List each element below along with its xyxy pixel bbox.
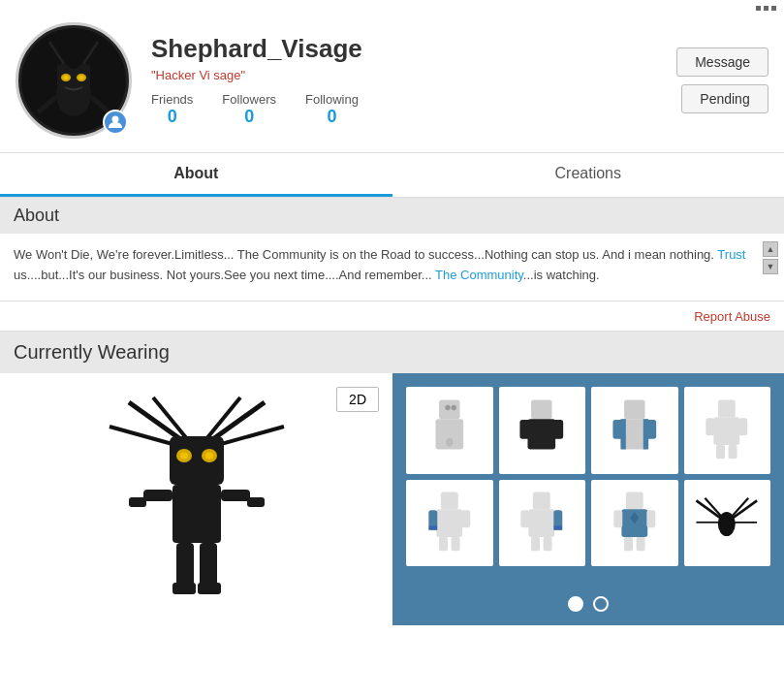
- community-link[interactable]: The Community: [435, 268, 523, 282]
- svg-point-25: [180, 453, 188, 460]
- svg-rect-60: [461, 511, 470, 528]
- svg-rect-34: [172, 583, 196, 594]
- trust-link[interactable]: Trust: [717, 247, 745, 262]
- svg-rect-43: [520, 420, 531, 439]
- svg-rect-69: [544, 537, 552, 551]
- avatar-badge: [103, 110, 128, 135]
- avatar-wrap: [16, 22, 132, 139]
- svg-rect-30: [129, 497, 146, 507]
- svg-rect-32: [176, 543, 194, 587]
- item-cell-7[interactable]: [591, 480, 678, 567]
- wearing-section-header: Currently Wearing: [0, 332, 784, 373]
- stat-following: Following 0: [305, 92, 359, 127]
- tabs-bar: About Creations: [0, 153, 784, 198]
- item-cell-4[interactable]: [684, 387, 771, 474]
- svg-rect-45: [624, 399, 644, 419]
- about-section-header: About: [0, 198, 784, 234]
- carousel-dot-1[interactable]: [568, 596, 583, 612]
- user-icon: [108, 114, 123, 130]
- carousel-dot-2[interactable]: [593, 596, 609, 612]
- scroll-down-button[interactable]: ▼: [763, 259, 778, 274]
- pending-button[interactable]: Pending: [681, 84, 768, 113]
- scroll-buttons: ▲ ▼: [763, 241, 778, 274]
- svg-point-5: [64, 76, 69, 79]
- report-abuse-link[interactable]: Report Abuse: [694, 309, 770, 324]
- carousel-dots: [406, 596, 770, 612]
- top-menu-dots: [0, 0, 784, 13]
- svg-rect-67: [554, 511, 563, 528]
- following-label: Following: [305, 92, 359, 107]
- item-5-icon: [415, 488, 485, 557]
- profile-header: Shephard_Visage "Hacker Vi sage" Friends…: [0, 13, 784, 153]
- item-4-icon: [692, 396, 762, 465]
- svg-rect-51: [718, 399, 736, 417]
- item-3-icon: [600, 396, 670, 465]
- item-1-icon: [415, 396, 485, 465]
- item-cell-5[interactable]: [406, 480, 493, 567]
- friends-value: 0: [168, 107, 177, 127]
- about-text-box: We Won't Die, We're forever.Limitless...…: [0, 234, 784, 301]
- item-6-icon: [507, 488, 577, 557]
- btn-2d[interactable]: 2D: [336, 387, 379, 412]
- svg-rect-44: [553, 420, 564, 439]
- followers-value: 0: [244, 107, 254, 127]
- item-7-icon: [600, 488, 670, 557]
- wearing-items-panel: [392, 373, 784, 625]
- svg-rect-68: [532, 537, 541, 551]
- svg-rect-31: [247, 497, 265, 507]
- profile-username: Shephard_Visage: [151, 34, 676, 64]
- svg-rect-61: [439, 537, 448, 551]
- svg-rect-62: [452, 537, 460, 551]
- item-8-icon: [692, 488, 762, 557]
- item-cell-8[interactable]: [684, 480, 771, 567]
- svg-rect-33: [200, 543, 217, 587]
- message-button[interactable]: Message: [676, 48, 768, 77]
- dot-1: [756, 6, 761, 11]
- scroll-up-button[interactable]: ▲: [763, 241, 778, 257]
- item-cell-1[interactable]: [406, 387, 493, 474]
- about-bio-text: We Won't Die, We're forever.Limitless...…: [14, 247, 745, 282]
- svg-rect-55: [717, 445, 726, 459]
- svg-rect-41: [532, 399, 552, 419]
- svg-rect-73: [613, 511, 622, 528]
- profile-tagline: "Hacker Vi sage": [151, 68, 676, 82]
- dot-3: [771, 6, 776, 11]
- svg-point-15: [112, 116, 119, 123]
- tab-about[interactable]: About: [0, 153, 392, 197]
- svg-rect-65: [529, 510, 555, 538]
- svg-rect-35: [198, 583, 221, 594]
- svg-rect-54: [739, 418, 748, 435]
- items-grid: [406, 387, 770, 566]
- svg-rect-64: [533, 492, 550, 510]
- item-cell-6[interactable]: [499, 480, 586, 567]
- stat-followers: Followers 0: [222, 92, 276, 127]
- svg-rect-71: [626, 492, 643, 510]
- following-value: 0: [327, 107, 336, 127]
- svg-rect-66: [521, 511, 530, 528]
- svg-rect-27: [172, 485, 221, 543]
- svg-point-38: [446, 438, 453, 447]
- svg-point-26: [205, 453, 213, 460]
- svg-point-6: [79, 76, 84, 79]
- item-cell-2[interactable]: [499, 387, 586, 474]
- svg-rect-53: [706, 418, 715, 435]
- svg-rect-63: [428, 526, 437, 530]
- svg-rect-56: [729, 445, 737, 459]
- profile-actions: Message Pending: [676, 48, 768, 113]
- svg-point-84: [718, 513, 736, 537]
- svg-rect-59: [428, 511, 437, 528]
- item-2-icon: [507, 396, 577, 465]
- character-area: [100, 397, 294, 601]
- svg-rect-42: [528, 419, 556, 449]
- svg-rect-50: [643, 419, 648, 449]
- svg-rect-28: [143, 490, 172, 501]
- svg-rect-76: [637, 537, 645, 551]
- svg-rect-74: [646, 511, 655, 528]
- tab-creations[interactable]: Creations: [392, 153, 785, 197]
- svg-rect-49: [620, 419, 625, 449]
- report-row: Report Abuse: [0, 301, 784, 332]
- svg-rect-22: [170, 436, 224, 485]
- item-cell-3[interactable]: [591, 387, 678, 474]
- svg-point-39: [445, 405, 450, 410]
- dot-2: [764, 6, 768, 11]
